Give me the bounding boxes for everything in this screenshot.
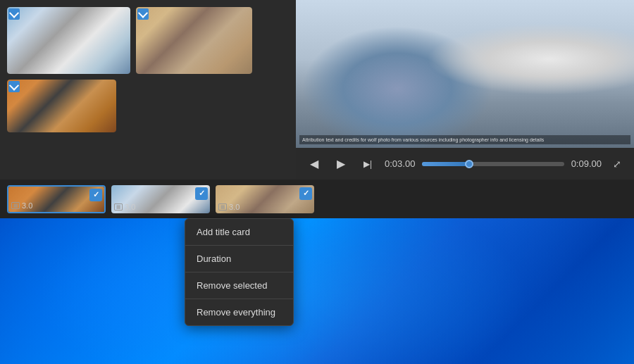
thumbnail-panel [0, 0, 296, 180]
context-menu-remove-selected[interactable]: Remove selected [185, 272, 293, 299]
prev-icon: ◀ [310, 157, 318, 170]
image-icon-tigers: ▦ [11, 202, 20, 209]
selection-mark-tigers [8, 81, 20, 92]
timeline-duration-tigers: ▦ 3.0 [11, 201, 32, 210]
play-icon: ▶ [337, 157, 345, 170]
timeline-item-kittens[interactable]: ▦ 3.0 [216, 185, 314, 213]
image-icon-wolf: ▦ [114, 203, 123, 211]
duration-value-wolf: 3.0 [125, 203, 135, 211]
timeline-check-wolf [195, 187, 208, 200]
fullscreen-button[interactable]: ⤢ [609, 156, 626, 172]
context-menu-duration[interactable]: Duration [185, 246, 293, 272]
duration-value-tigers: 3.0 [22, 201, 32, 210]
image-icon-kittens: ▦ [218, 203, 227, 211]
next-frame-icon: ▶| [363, 159, 372, 169]
timeline-item-wolf[interactable]: ▦ 3.0 [111, 185, 210, 213]
background-decoration [0, 218, 634, 364]
timeline-check-kittens [299, 187, 312, 200]
video-preview-area: Attribution text and credits for wolf ph… [296, 0, 634, 148]
context-menu: Add title card Duration Remove selected … [185, 218, 294, 326]
video-controls-bar: ◀ ▶ ▶| 0:03.00 0:09.00 ⤢ [296, 148, 634, 180]
timeline-check-tigers [89, 189, 102, 201]
duration-value-kittens: 3.0 [229, 203, 240, 211]
progress-fill [422, 162, 468, 166]
context-menu-add-title-card[interactable]: Add title card [185, 219, 293, 245]
timeline-duration-wolf: ▦ 3.0 [114, 203, 135, 211]
play-button[interactable]: ▶ [331, 154, 351, 174]
thumbnail-tigers[interactable] [7, 80, 116, 132]
selection-mark-wolf [8, 8, 20, 20]
video-frame [296, 0, 634, 148]
timeline-item-tigers[interactable]: ▦ 3.0 [7, 185, 106, 213]
video-panel: Attribution text and credits for wolf ph… [296, 0, 634, 180]
progress-thumb[interactable] [465, 160, 473, 168]
timeline-panel: ▦ 3.0 ▦ 3.0 ▦ 3.0 [0, 180, 634, 218]
total-time: 0:09.00 [571, 158, 602, 169]
thumbnail-wolf[interactable] [7, 7, 130, 74]
context-menu-remove-everything[interactable]: Remove everything [185, 299, 293, 325]
selection-mark-kittens [137, 8, 149, 20]
prev-button[interactable]: ◀ [304, 154, 324, 174]
progress-bar[interactable] [422, 162, 564, 166]
current-time: 0:03.00 [385, 158, 415, 169]
video-caption: Attribution text and credits for wolf ph… [299, 135, 630, 144]
timeline-duration-kittens: ▦ 3.0 [218, 203, 240, 211]
next-frame-button[interactable]: ▶| [358, 154, 378, 174]
fullscreen-icon: ⤢ [613, 158, 621, 170]
thumbnail-kittens[interactable] [136, 7, 252, 74]
